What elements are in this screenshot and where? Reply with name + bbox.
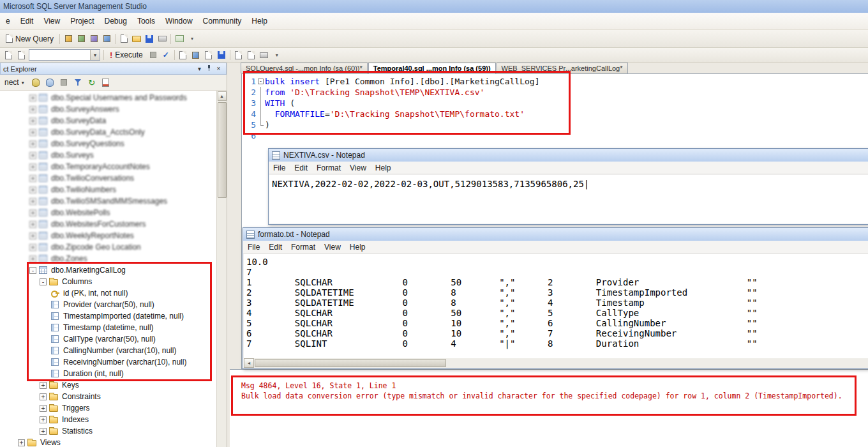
sql-code-area[interactable]: 1-bulk insert [Pre1 Common Info].[dbo].[… xyxy=(242,74,868,141)
connect-button[interactable]: nect ▾ xyxy=(1,76,28,89)
code-line-2[interactable]: 2from 'D:\Tracking Snapshot\TEMP\NEXTIVA… xyxy=(242,87,868,98)
menu-item-window[interactable]: Window xyxy=(160,13,198,29)
expand-icon[interactable]: + xyxy=(40,393,47,400)
tree-item-table-8[interactable]: +dbo.TwilioConversations xyxy=(0,172,216,184)
tree-item-column-4[interactable]: Timestamp (datetime, null) xyxy=(0,322,216,333)
csv-menu-help[interactable]: Help xyxy=(371,162,396,174)
code-line-1[interactable]: 1-bulk insert [Pre1 Common Info].[dbo].[… xyxy=(242,76,868,87)
filter-icon[interactable] xyxy=(71,77,84,88)
execute-button[interactable]: ! Execute xyxy=(106,49,147,61)
fold-margin[interactable]: - xyxy=(256,76,265,87)
new-window-icon[interactable] xyxy=(2,49,15,61)
document-tab-1[interactable]: SQLQuery4.sql -...mon Info (sa (60))* xyxy=(241,63,368,73)
csv-menu-view[interactable]: View xyxy=(345,162,371,174)
csv-menu-format[interactable]: Format xyxy=(312,162,345,174)
tree-item-folder-indexes[interactable]: +Indexes xyxy=(0,414,216,425)
tree-item-column-1[interactable]: id (PK, int, not null) xyxy=(0,287,216,299)
comment-icon[interactable] xyxy=(232,49,245,61)
results-text-icon[interactable] xyxy=(202,49,215,61)
toolbar-overflow-icon[interactable]: ▾ xyxy=(271,49,283,61)
expand-icon[interactable]: + xyxy=(29,255,36,262)
expand-icon[interactable]: + xyxy=(40,382,47,389)
tree-item-column-6[interactable]: CallingNumber (varchar(10), null) xyxy=(0,345,216,356)
code-line-6[interactable]: 6 xyxy=(242,130,868,141)
expand-icon[interactable]: + xyxy=(29,163,36,170)
tree-item-columns-folder[interactable]: -Columns xyxy=(0,276,216,287)
menu-item-tools[interactable]: Tools xyxy=(132,13,160,29)
database-engine-query-icon[interactable] xyxy=(62,33,75,45)
results-file-icon[interactable] xyxy=(215,49,228,61)
expand-icon[interactable]: + xyxy=(29,232,36,239)
tree-item-folder-constraints[interactable]: +Constraints xyxy=(0,391,216,402)
tree-item-table-13[interactable]: +dbo.WeeklyReportNotes xyxy=(0,230,216,241)
formato-txt-content[interactable]: 10.0 7 1 SQLCHAR 0 50 "," 2 Provider "" … xyxy=(244,254,868,358)
csv-menu-file[interactable]: File xyxy=(269,162,290,174)
fmt-menu-file[interactable]: File xyxy=(243,241,264,253)
pin-icon[interactable] xyxy=(204,64,214,73)
uncomment-icon[interactable] xyxy=(245,49,258,61)
expand-icon[interactable]: + xyxy=(40,405,47,412)
refresh-icon[interactable]: ↻ xyxy=(86,77,98,88)
indent-icon[interactable] xyxy=(258,49,271,61)
scroll-up-icon[interactable]: ▲ xyxy=(218,91,227,101)
scrollbar-thumb[interactable] xyxy=(255,359,446,367)
panel-menu-icon[interactable]: ▾ xyxy=(195,65,204,72)
object-explorer-scrollbar[interactable]: ▲ xyxy=(216,91,227,447)
tree-item-table-3[interactable]: +dbo.SurveyData xyxy=(0,115,216,126)
tree-item-table-1[interactable]: +dbo.Special Usernames and Passwords xyxy=(0,92,216,103)
collapse-icon[interactable]: - xyxy=(29,267,36,274)
combobox-dropdown-icon[interactable]: ▾ xyxy=(90,50,100,60)
tree-item-table-5[interactable]: +dbo.SurveyQuestions xyxy=(0,138,216,149)
toolbar-overflow-icon[interactable]: ▾ xyxy=(186,33,198,45)
menu-item-community[interactable]: Community xyxy=(198,13,247,29)
nextiva-csv-content[interactable]: NEXTIVA,2022-02-02,2022-02-03,OUT,512901… xyxy=(269,175,868,224)
fmt-menu-edit[interactable]: Edit xyxy=(264,241,287,253)
expand-icon[interactable]: + xyxy=(29,186,36,193)
tree-item-table-4[interactable]: +dbo.SurveyData_AcctsOnly xyxy=(0,126,216,138)
expand-icon[interactable]: + xyxy=(29,129,36,136)
analysis-services-query-icon[interactable] xyxy=(75,33,87,45)
server-icon[interactable] xyxy=(43,77,56,88)
disconnect-icon[interactable] xyxy=(29,77,42,88)
tree-item-table-9[interactable]: +dbo.TwilioNumbers xyxy=(0,184,216,195)
code-line-4[interactable]: 4 FORMATFILE='D:\Tracking Snapshot\TEMP\… xyxy=(242,109,868,119)
new-document-icon[interactable] xyxy=(117,33,130,45)
activity-monitor-icon[interactable] xyxy=(173,33,186,45)
tree-item-table-7[interactable]: +dbo.TemporaryAccountNotes xyxy=(0,161,216,172)
scrollbar-thumb[interactable] xyxy=(218,102,227,198)
tree-item-table-14[interactable]: +dbo.Zipcode Geo Location xyxy=(0,241,216,253)
expand-icon[interactable]: + xyxy=(29,221,36,228)
parse-icon[interactable]: ✓ xyxy=(160,49,172,61)
expand-icon[interactable]: + xyxy=(29,175,36,182)
expand-icon[interactable]: + xyxy=(29,117,36,125)
save-icon[interactable] xyxy=(143,33,156,45)
notepad-nextiva-title-bar[interactable]: NEXTIVA.csv - Notepad xyxy=(269,149,868,162)
new-query-button[interactable]: New Query xyxy=(2,33,57,45)
tree-item-marketingcalllog[interactable]: -dbo.MarketingCallLog xyxy=(0,264,216,276)
stop-query-icon[interactable] xyxy=(147,49,160,61)
tree-item-column-8[interactable]: Duration (int, null) xyxy=(0,368,216,379)
tree-item-table-2[interactable]: +dbo.SurveyAnswers xyxy=(0,103,216,115)
expand-icon[interactable]: + xyxy=(29,106,36,113)
tree-item-folder-statistics[interactable]: +Statistics xyxy=(0,425,216,437)
results-grid-icon[interactable] xyxy=(190,49,202,61)
open-file-icon[interactable] xyxy=(130,33,143,45)
document-tab-2[interactable]: Temporal40.sql ...mon Info (sa (59)) xyxy=(368,63,496,73)
mdx-query-icon[interactable] xyxy=(87,33,100,45)
tree-item-folder-triggers[interactable]: +Triggers xyxy=(0,402,216,414)
stop-icon[interactable] xyxy=(57,77,70,88)
tree-item-table-15[interactable]: +dbo.Zones xyxy=(0,253,216,264)
tree-item-views-folder[interactable]: +Views xyxy=(0,437,216,447)
expand-icon[interactable]: + xyxy=(29,209,36,216)
menu-item-project[interactable]: Project xyxy=(65,13,99,29)
tree-item-table-6[interactable]: +dbo.Surveys xyxy=(0,149,216,161)
menu-item-e[interactable]: e xyxy=(1,13,15,29)
tree-item-column-7[interactable]: ReceivingNumber (varchar(10), null) xyxy=(0,356,216,368)
notepad-formato-title-bar[interactable]: formato.txt - Notepad xyxy=(243,228,868,241)
query-options-icon[interactable] xyxy=(177,49,190,61)
database-combobox[interactable]: ▾ xyxy=(29,49,100,61)
expand-icon[interactable]: + xyxy=(18,439,25,446)
csv-menu-edit[interactable]: Edit xyxy=(290,162,312,174)
expand-icon[interactable]: + xyxy=(29,244,36,251)
menu-item-view[interactable]: View xyxy=(38,13,65,29)
